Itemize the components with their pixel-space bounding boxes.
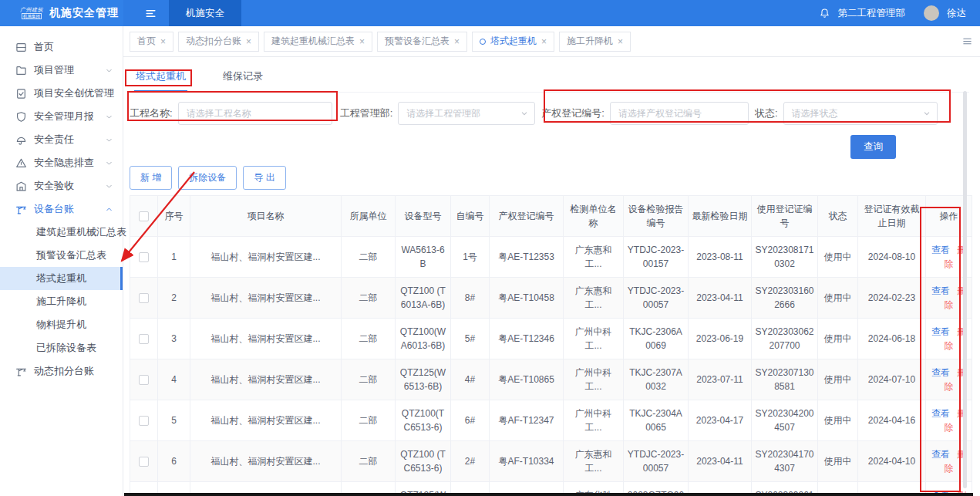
tab-label: 施工升降机 [567, 35, 613, 48]
sidebar-item-安全验收[interactable]: 安全验收 [0, 174, 123, 197]
reg-no-input[interactable] [610, 102, 749, 125]
view-link[interactable]: 查看 [931, 408, 950, 419]
open-tab-建筑起重机械汇总表[interactable]: 建筑起重机械汇总表× [264, 32, 372, 52]
username[interactable]: 徐达 [947, 7, 966, 20]
cell-unit: 二部 [342, 319, 396, 359]
notification-bell-icon[interactable] [819, 8, 830, 19]
module-tab[interactable]: 机施安全 [169, 0, 241, 26]
sidebar-item-首页[interactable]: 首页 [0, 35, 123, 59]
sidebar-item-安全隐患排查[interactable]: 安全隐患排查 [0, 151, 123, 174]
open-tab-动态扣分台账[interactable]: 动态扣分台账× [178, 32, 259, 52]
sidebar-item-项目安全创优管理[interactable]: 项目安全创优管理 [0, 82, 123, 105]
avatar[interactable] [924, 5, 939, 21]
open-tab-首页[interactable]: 首页× [130, 32, 173, 52]
tab-loading-icon [480, 39, 486, 45]
sidebar-item-安全管理月报[interactable]: 安全管理月报 [0, 105, 123, 128]
cell-project: 福山村、福洞村安置区建... [190, 441, 342, 482]
sidebar-item-塔式起重机[interactable]: 塔式起重机 [0, 267, 123, 290]
tab-tower-crane[interactable]: 塔式起重机 [134, 64, 187, 92]
sidebar-item-建筑起重机械汇总表[interactable]: 建筑起重机械汇总表 [0, 221, 123, 244]
tab-close-icon[interactable]: × [618, 36, 623, 47]
sidebar-item-label: 安全责任 [34, 133, 74, 147]
sidebar-item-动态扣分台账[interactable]: 动态扣分台账 [0, 359, 123, 383]
row-checkbox[interactable] [139, 457, 149, 467]
cell-project: 福山村、福洞村安置区建... [190, 237, 342, 278]
view-link[interactable]: 查看 [931, 490, 950, 496]
tab-close-icon[interactable]: × [541, 36, 547, 47]
column-header: 设备型号 [396, 196, 451, 237]
status-select[interactable]: 请选择状态 [783, 102, 938, 125]
row-checkbox[interactable] [139, 375, 149, 385]
view-link[interactable]: 查看 [931, 326, 950, 337]
column-header: 状态 [818, 196, 858, 237]
cell-report_no: YTDJC-2023-00057 [624, 278, 689, 319]
row-checkbox[interactable] [139, 334, 149, 344]
select-all-checkbox[interactable] [139, 211, 149, 221]
tab-close-icon[interactable]: × [454, 36, 460, 47]
column-header: 产权登记编号 [490, 196, 564, 237]
cell-inspector: 广东华胜检... [564, 482, 624, 496]
page-content: 塔式起重机 维保记录 工程名称: 工程管理部: 请选择工程管理部 产权登记编号: [123, 58, 980, 496]
cell-model: QTZ100 (TC6513-6) [396, 441, 451, 482]
sidebar-item-label: 安全管理月报 [34, 110, 94, 123]
open-tab-预警设备汇总表[interactable]: 预警设备汇总表× [377, 32, 467, 52]
cell-project: 福山村、福洞村安置区建... [190, 278, 342, 319]
cell-unit: 二部 [342, 278, 396, 319]
dept-select[interactable]: 请选择工程管理部 [398, 102, 535, 125]
cell-checkbox [130, 278, 158, 319]
tab-close-icon[interactable]: × [160, 36, 166, 47]
cell-use_cert: SY2023081710302 [752, 237, 818, 278]
chevron-down-icon [105, 159, 113, 167]
sidebar-item-项目管理[interactable]: 项目管理 [0, 59, 123, 82]
chevron-down-icon [520, 109, 529, 118]
dismantle-button[interactable]: 拆除设备 [178, 166, 237, 190]
building-icon [15, 181, 27, 192]
sidebar-item-label: 首页 [34, 40, 54, 54]
row-checkbox[interactable] [139, 416, 149, 426]
reg-no-label: 产权登记编号: [541, 106, 605, 120]
project-name-input[interactable] [178, 102, 332, 125]
row-checkbox[interactable] [139, 252, 149, 262]
column-header: 设备检验报告编号 [624, 196, 689, 237]
tab-close-icon[interactable]: × [246, 36, 251, 47]
sidebar-item-设备台账[interactable]: 设备台账 [0, 197, 123, 221]
search-button[interactable]: 查询 [850, 135, 896, 159]
view-link[interactable]: 查看 [931, 285, 950, 296]
chevron-down-icon [105, 136, 113, 144]
cell-status: 使用中 [818, 278, 858, 319]
cell-checkbox [130, 319, 158, 359]
cell-reg_no: 粤AE-T10458 [490, 278, 564, 319]
cell-report_no: YTDJC-2023-00157 [624, 237, 689, 278]
sidebar-item-已拆除设备表[interactable]: 已拆除设备表 [0, 336, 123, 359]
sidebar-item-label: 已拆除设备表 [36, 341, 96, 355]
cell-use_cert: SY2023041704307 [752, 441, 818, 482]
cell-use_cert: SY2023031602666 [752, 278, 818, 319]
sidebar-item-物料提升机[interactable]: 物料提升机 [0, 313, 123, 336]
cell-actions: 查看删除 [926, 319, 972, 359]
cell-self_no: 6# [451, 400, 490, 441]
sidebar-item-施工升降机[interactable]: 施工升降机 [0, 290, 123, 313]
open-tab-塔式起重机[interactable]: 塔式起重机× [472, 32, 554, 52]
cell-model: QTZ100(TC6513-6) [396, 400, 451, 441]
row-checkbox[interactable] [139, 293, 149, 303]
cell-inspector: 广州中科工... [564, 319, 624, 359]
sidebar-item-安全责任[interactable]: 安全责任 [0, 128, 123, 151]
cell-use_cert: SY202303062207700 [752, 319, 818, 359]
view-link[interactable]: 查看 [931, 245, 950, 255]
tab-options-icon[interactable] [962, 36, 972, 46]
sidebar-item-预警设备汇总表[interactable]: 预警设备汇总表 [0, 244, 123, 267]
open-tab-施工升降机[interactable]: 施工升降机× [559, 32, 631, 52]
tab-close-icon[interactable]: × [359, 36, 365, 47]
sidebar-collapse-icon[interactable] [145, 8, 157, 19]
sidebar-item-label: 施工升降机 [36, 295, 86, 309]
cell-status: 使用中 [818, 319, 858, 359]
department-name[interactable]: 第二工程管理部 [838, 7, 906, 20]
column-header: 操作 [926, 196, 972, 237]
status-label: 状态: [755, 106, 778, 120]
view-link[interactable]: 查看 [931, 449, 950, 460]
export-button[interactable]: 导 出 [243, 166, 285, 190]
view-link[interactable]: 查看 [931, 367, 950, 378]
tab-maintenance-records[interactable]: 维保记录 [221, 64, 264, 92]
add-button[interactable]: 新 增 [130, 166, 172, 190]
cell-checkbox [130, 482, 158, 496]
